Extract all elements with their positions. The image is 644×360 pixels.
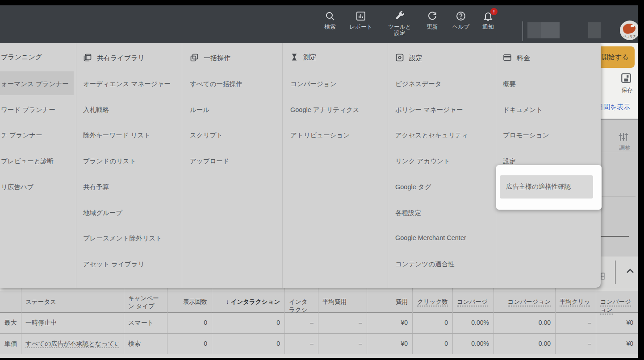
help-icon xyxy=(446,11,476,22)
app-screen: 開始する 保存 日間を表示 調整 ステータスキャンペーン タイプ表 xyxy=(0,5,638,358)
table-cell: 0.00% xyxy=(457,319,489,326)
search-button[interactable]: 検索 xyxy=(315,11,345,30)
table-cell-value: 0.00 xyxy=(539,340,551,347)
campaign-table: ステータスキャンペーン タイプ表示回数↓ インタラクションインタラクシ平均費用費… xyxy=(0,288,638,358)
bell-icon xyxy=(473,11,503,22)
search-label: 検索 xyxy=(315,24,345,30)
menu-item[interactable]: すべての一括操作 xyxy=(190,80,242,90)
menu-item[interactable]: 概要 xyxy=(503,80,516,90)
menu-item[interactable]: オーディエンス マネージャー xyxy=(83,80,171,90)
menu-item[interactable]: 各種設定 xyxy=(395,209,421,219)
menu-item[interactable]: ォーマンス プランナー xyxy=(1,80,69,90)
menu-column-divider xyxy=(282,43,283,288)
menu-item[interactable]: ルール xyxy=(190,106,209,116)
menu-item[interactable]: プロモーション xyxy=(503,131,549,141)
menu-item[interactable]: Google Merchant Center xyxy=(395,234,466,244)
menu-column-header: 設定 xyxy=(395,53,422,64)
menu-item[interactable]: ポリシー マネージャー xyxy=(395,106,463,116)
table-cell-value: 0 xyxy=(276,340,280,347)
table-header-cell[interactable]: ↓ インタラクション xyxy=(216,298,280,306)
start-button[interactable]: 開始する xyxy=(595,46,635,68)
table-header-label: 平均費用 xyxy=(322,298,347,305)
menu-item[interactable]: リ広告ハブ xyxy=(1,183,34,193)
menu-item[interactable]: ワード プランナー xyxy=(1,106,55,116)
menu-item[interactable]: ビジネスデータ xyxy=(395,80,442,90)
menu-item[interactable]: アクセスとセキュリティ xyxy=(395,131,468,141)
menu-item[interactable]: Google アナリティクス xyxy=(290,106,360,116)
table-header-row: ステータスキャンペーン タイプ表示回数↓ インタラクションインタラクシ平均費用費… xyxy=(0,291,638,313)
table-header-cell[interactable]: インタラクシ xyxy=(289,298,314,314)
refresh-icon xyxy=(418,11,447,22)
date-range-link[interactable]: 日間を表示 xyxy=(597,103,630,112)
toolbar-divider xyxy=(615,261,616,284)
table-header-cell[interactable]: キャンペーン タイプ xyxy=(128,294,163,310)
menu-item[interactable]: 共有予算 xyxy=(83,183,109,193)
status-cell[interactable]: すべての広告が不承認となっています xyxy=(25,340,119,348)
table-cell: – xyxy=(322,319,362,326)
menu-column-header-label: 共有ライブラリ xyxy=(97,54,145,62)
table-header-cell[interactable]: コンバージョン xyxy=(498,298,551,306)
table-cell-value: 0 xyxy=(204,319,207,326)
tools-settings-button[interactable]: ツールと 設定 xyxy=(385,11,414,37)
topbar-divider xyxy=(523,21,523,41)
chart-gridline xyxy=(601,196,636,197)
table-cell: – xyxy=(289,319,314,326)
table-header-label: 平均クリッ xyxy=(560,298,590,306)
table-cell-value: 0 xyxy=(276,319,280,326)
table-cell: 検索 xyxy=(128,340,163,348)
menu-item[interactable]: チ プランナー xyxy=(1,131,42,141)
avatar[interactable]: ペコリス xyxy=(620,21,638,40)
table-cell-value: 0 xyxy=(444,340,448,347)
table-header-cell[interactable]: 費用 xyxy=(371,298,408,306)
table-header-label: 表示回数 xyxy=(183,298,207,305)
table-cell-value: 最大 xyxy=(4,319,17,326)
menu-item[interactable]: コンテンツの適合性 xyxy=(395,260,455,270)
menu-item[interactable]: プレビューと診断 xyxy=(1,157,54,167)
table-cell-value: スマート xyxy=(128,319,154,326)
menu-column-header: プランニング xyxy=(1,53,42,64)
menu-item[interactable]: コンバージョン xyxy=(290,80,337,90)
menu-item-advertiser-verification[interactable]: 広告主様の適格性確認 xyxy=(500,175,593,199)
menu-item[interactable]: 地域グループ xyxy=(83,209,122,219)
table-header-cell[interactable]: 平均費用 xyxy=(322,298,362,306)
chart-gridline xyxy=(601,152,636,152)
table-header-cell[interactable]: クリック数 xyxy=(417,298,448,306)
table-header-label: キャンペーン タイプ xyxy=(128,295,159,310)
menu-item[interactable]: アセット ライブラリ xyxy=(83,260,145,270)
menu-item[interactable]: 入札戦略 xyxy=(83,106,109,116)
table-cell: ¥0 xyxy=(600,319,633,326)
table-header-cell[interactable]: 表示回数 xyxy=(171,298,207,306)
menu-item[interactable]: ブランドのリスト xyxy=(83,157,136,167)
menu-item[interactable]: アップロード xyxy=(190,157,230,167)
table-header-cell[interactable]: コンバージ xyxy=(457,298,489,306)
table-cell-value: 0 xyxy=(204,340,207,347)
table-cell-value: – xyxy=(310,319,314,326)
menu-item[interactable]: 除外キーワード リスト xyxy=(83,131,151,141)
save-icon[interactable] xyxy=(620,72,632,86)
table-cell: 単価 xyxy=(4,340,17,348)
menu-item[interactable]: Google タグ xyxy=(395,183,431,193)
refresh-button[interactable]: 更新 xyxy=(418,11,447,30)
menu-item[interactable]: プレースメント除外リスト xyxy=(83,234,162,244)
table-cell: 0.00 xyxy=(498,319,551,326)
save-label: 保存 xyxy=(619,87,635,94)
table-header-label: ↓ インタラクション xyxy=(226,298,280,305)
table-cell: – xyxy=(560,319,591,326)
menu-item[interactable]: スクリプト xyxy=(190,131,223,141)
notifications-label: 通知 xyxy=(473,24,503,30)
menu-item[interactable]: ドキュメント xyxy=(503,106,543,116)
table-header-cell[interactable]: ステータス xyxy=(25,298,119,306)
report-button[interactable]: レポート xyxy=(346,11,376,30)
table-cell-value: ¥0 xyxy=(626,319,633,326)
table-header-cell[interactable]: コンバージョン xyxy=(600,298,633,314)
table-cell: 0.00 xyxy=(498,340,551,347)
table-cell-value: – xyxy=(310,340,314,347)
table-header-cell[interactable]: 平均クリッ xyxy=(560,298,591,306)
notifications-button[interactable]: 通知 ! xyxy=(473,11,503,30)
collapse-chevron-up-icon[interactable] xyxy=(625,266,636,278)
menu-item[interactable]: リンク アカウント xyxy=(395,157,450,167)
menu-item[interactable]: アトリビューション xyxy=(290,131,350,141)
menu-column-header-label: 料金 xyxy=(517,54,530,62)
help-button[interactable]: ヘルプ xyxy=(446,11,476,30)
adjust-sliders-icon[interactable] xyxy=(618,131,629,145)
